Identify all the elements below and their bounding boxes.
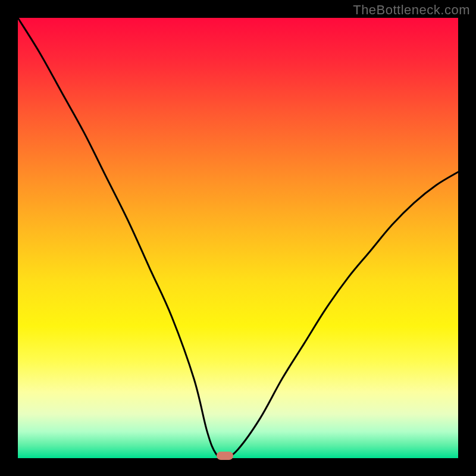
optimum-marker [217,452,233,460]
plot-area [18,18,458,458]
watermark-text: TheBottleneck.com [353,2,470,18]
curve-svg [18,18,458,458]
bottleneck-curve-path [18,18,458,458]
chart-container: TheBottleneck.com [0,0,476,476]
